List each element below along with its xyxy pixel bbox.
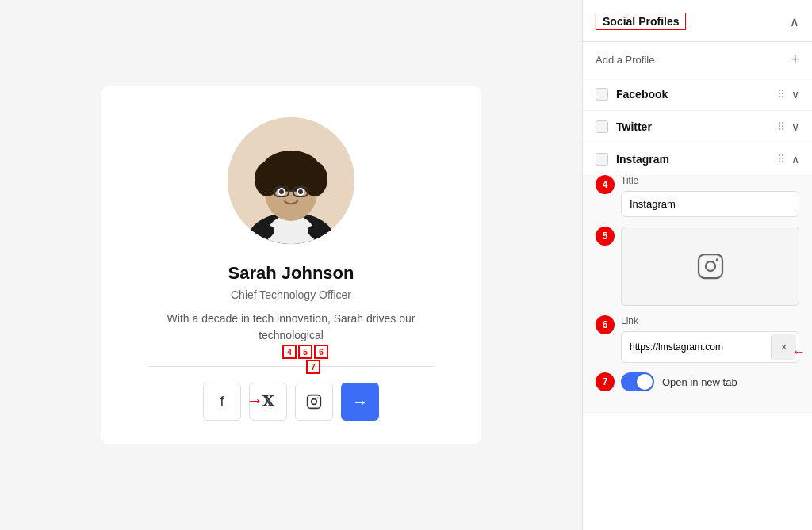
instagram-profile-item: Instagram ⠿ ∧ 4 Title 5 xyxy=(583,143,812,414)
panel-collapse-btn[interactable]: ∧ xyxy=(790,14,799,29)
title-label: Title xyxy=(621,175,799,186)
twitter-drag-icon: ⠿ xyxy=(777,120,785,133)
svg-point-23 xyxy=(715,258,718,261)
annotation-7: 7 xyxy=(306,360,320,374)
profile-title: Chief Technology Officer xyxy=(231,288,351,301)
annotation-5: 5 xyxy=(298,345,312,359)
instagram-header[interactable]: Instagram ⠿ ∧ xyxy=(583,143,812,175)
svg-point-22 xyxy=(706,261,715,271)
icon-picker[interactable] xyxy=(621,227,799,306)
link-field-content: Link × xyxy=(621,315,799,363)
toggle-knob xyxy=(637,374,653,390)
instagram-expanded-content: 4 Title 5 xyxy=(583,175,812,414)
facebook-drag-icon: ⠿ xyxy=(777,88,785,101)
toggle-row: Open in new tab xyxy=(621,372,799,391)
profile-card: Sarah Johnson Chief Technology Officer W… xyxy=(101,86,481,444)
new-tab-toggle[interactable] xyxy=(621,372,654,391)
add-profile-row[interactable]: Add a Profile + xyxy=(583,42,812,78)
twitter-checkbox[interactable] xyxy=(596,120,608,133)
new-tab-field-row: 7 Open in new tab xyxy=(596,372,799,391)
svg-rect-21 xyxy=(699,254,722,278)
add-profile-label: Add a Profile xyxy=(596,54,654,66)
twitter-header[interactable]: Twitter ⠿ ∨ xyxy=(583,111,812,143)
svg-point-15 xyxy=(298,189,303,194)
facebook-actions: ⠿ ∨ xyxy=(777,88,799,101)
step-5-badge: 5 xyxy=(596,227,615,246)
step-4-badge: 4 xyxy=(596,175,615,194)
right-panel: Social Profiles ∧ Add a Profile + Facebo… xyxy=(582,0,812,530)
svg-rect-18 xyxy=(308,395,321,409)
instagram-drag-icon: ⠿ xyxy=(777,153,785,166)
instagram-actions: ⠿ ∧ xyxy=(777,153,799,166)
panel-title: Social Profiles xyxy=(596,13,686,30)
left-panel: Sarah Johnson Chief Technology Officer W… xyxy=(0,0,582,530)
instagram-social-btn[interactable] xyxy=(295,383,333,421)
step-6-badge: 6 xyxy=(596,315,615,334)
svg-point-20 xyxy=(317,398,319,399)
icon-picker-content xyxy=(621,227,799,306)
facebook-checkbox[interactable] xyxy=(596,88,608,101)
facebook-profile-item: Facebook ⠿ ∨ xyxy=(583,78,812,111)
link-label: Link xyxy=(621,315,799,326)
profile-bio: With a decade in tech innovation, Sarah … xyxy=(148,311,434,344)
twitter-name: Twitter xyxy=(616,120,769,133)
next-arrow-btn[interactable]: → xyxy=(341,383,379,421)
svg-point-19 xyxy=(312,399,317,405)
right-arrow-annotation: ← xyxy=(791,344,806,360)
facebook-chevron[interactable]: ∨ xyxy=(791,88,799,101)
facebook-name: Facebook xyxy=(616,88,769,101)
svg-point-8 xyxy=(266,152,316,181)
title-input[interactable] xyxy=(621,191,799,217)
facebook-social-btn[interactable]: f xyxy=(203,383,241,421)
annotation-4: 4 xyxy=(282,345,297,359)
link-field-row: 6 Link × ← xyxy=(596,315,799,363)
facebook-header[interactable]: Facebook ⠿ ∨ xyxy=(583,78,812,110)
profile-name: Sarah Johnson xyxy=(228,263,354,284)
add-profile-icon[interactable]: + xyxy=(791,51,799,68)
annotation-6: 6 xyxy=(314,345,328,359)
panel-header: Social Profiles ∧ xyxy=(583,0,812,42)
twitter-actions: ⠿ ∨ xyxy=(777,120,799,133)
step-7-badge: 7 xyxy=(596,372,615,391)
link-input-wrap: × xyxy=(621,331,799,363)
title-field-content: Title xyxy=(621,175,799,217)
link-input[interactable] xyxy=(622,335,768,359)
title-field-row: 4 Title xyxy=(596,175,799,217)
svg-point-14 xyxy=(279,189,284,194)
icon-field-row: 5 xyxy=(596,227,799,306)
twitter-profile-item: Twitter ⠿ ∨ xyxy=(583,111,812,143)
left-arrow-annotation: ← xyxy=(246,391,263,411)
instagram-chevron[interactable]: ∧ xyxy=(791,153,799,166)
new-tab-content: Open in new tab xyxy=(621,372,799,391)
twitter-chevron[interactable]: ∨ xyxy=(791,120,799,133)
new-tab-label: Open in new tab xyxy=(662,376,737,388)
instagram-checkbox[interactable] xyxy=(596,153,608,166)
instagram-name: Instagram xyxy=(616,153,769,166)
avatar xyxy=(228,117,354,244)
